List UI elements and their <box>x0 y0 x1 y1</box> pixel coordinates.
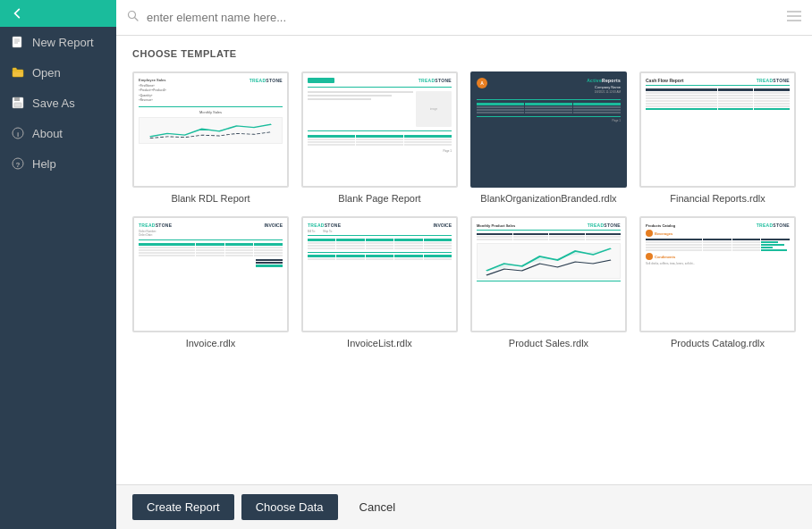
template-name: Blank RDL Report <box>171 193 250 204</box>
svg-text:?: ? <box>16 161 21 169</box>
template-area: CHOOSE TEMPLATE Employee Sales «FirstNam… <box>116 36 812 484</box>
template-name: Invoice.rdlx <box>186 338 236 348</box>
template-thumb-financial: Cash Flow Report TREADSTONE <box>639 71 796 188</box>
svg-line-13 <box>135 18 139 21</box>
sidebar-item-label: Save As <box>32 97 75 110</box>
choose-data-button[interactable]: Choose Data <box>241 494 338 520</box>
template-thumb-blank-page: TREADSTONE image <box>301 71 458 188</box>
search-bar <box>116 0 812 36</box>
section-title: CHOOSE TEMPLATE <box>132 48 796 59</box>
template-thumb-products-catalog: Products Catalog TREADSTONE Beverages <box>639 216 796 332</box>
footer: Create Report Choose Data Cancel <box>116 484 812 529</box>
template-name: Financial Reports.rdlx <box>670 193 765 204</box>
template-thumb-product-sales: Monthly Product Sales TREADSTONE <box>470 216 627 332</box>
template-card-invoice-list[interactable]: TREADSTONE INVOICE Bill To: Ship To: <box>301 216 458 348</box>
sidebar-item-open[interactable]: Open <box>0 57 116 88</box>
create-report-button[interactable]: Create Report <box>132 494 234 520</box>
sidebar-item-save-as[interactable]: Save As <box>0 88 116 118</box>
new-report-icon <box>11 35 25 49</box>
back-icon <box>11 7 23 20</box>
template-name: BlankOrganizationBranded.rdlx <box>480 193 616 204</box>
template-name: Products Catalog.rdlx <box>671 338 765 348</box>
template-card-products-catalog[interactable]: Products Catalog TREADSTONE Beverages <box>639 216 796 348</box>
template-card-invoice[interactable]: TREADSTONE INVOICE Order Number:Order Da… <box>132 216 289 348</box>
svg-rect-0 <box>13 37 21 47</box>
list-view-icon[interactable] <box>787 10 801 25</box>
template-card-financial[interactable]: Cash Flow Report TREADSTONE <box>639 71 796 204</box>
template-name: InvoiceList.rdlx <box>347 338 412 348</box>
template-grid: Employee Sales «FirstName»«Product»«Prod… <box>132 71 796 348</box>
svg-text:i: i <box>17 130 19 139</box>
sidebar-item-label: Open <box>32 66 61 80</box>
sidebar: New Report Open Save As i A <box>0 0 116 529</box>
sidebar-item-label: About <box>32 127 63 140</box>
svg-rect-7 <box>14 103 21 107</box>
template-thumb-invoice-list: TREADSTONE INVOICE Bill To: Ship To: <box>301 216 458 332</box>
template-name: Blank Page Report <box>338 193 420 204</box>
template-card-blank-page[interactable]: TREADSTONE image <box>301 71 458 204</box>
template-card-blank-org[interactable]: A ActiveReports Company Name1/8/2021 11:… <box>470 71 627 204</box>
sidebar-item-label: New Report <box>32 36 94 49</box>
about-icon: i <box>11 126 25 140</box>
sidebar-item-new-report[interactable]: New Report <box>0 27 116 57</box>
template-thumb-blank-rdl: Employee Sales «FirstName»«Product»«Prod… <box>132 71 289 188</box>
cancel-button[interactable]: Cancel <box>345 494 410 520</box>
main-content: CHOOSE TEMPLATE Employee Sales «FirstNam… <box>116 0 812 529</box>
svg-rect-6 <box>14 97 20 101</box>
help-icon: ? <box>11 156 25 171</box>
template-thumb-blank-org: A ActiveReports Company Name1/8/2021 11:… <box>470 71 627 188</box>
open-icon <box>11 65 25 80</box>
sidebar-item-about[interactable]: i About <box>0 118 116 148</box>
svg-rect-4 <box>13 70 23 77</box>
back-button[interactable] <box>0 0 116 27</box>
template-card-product-sales[interactable]: Monthly Product Sales TREADSTONE <box>470 216 627 348</box>
save-as-icon <box>11 96 25 110</box>
sidebar-item-help[interactable]: ? Help <box>0 148 116 179</box>
sidebar-item-label: Help <box>32 157 56 171</box>
search-input[interactable] <box>147 11 780 24</box>
template-name: Product Sales.rdlx <box>509 338 588 348</box>
template-thumb-invoice: TREADSTONE INVOICE Order Number:Order Da… <box>132 216 289 332</box>
search-icon <box>127 10 140 25</box>
template-card-blank-rdl[interactable]: Employee Sales «FirstName»«Product»«Prod… <box>132 71 289 204</box>
